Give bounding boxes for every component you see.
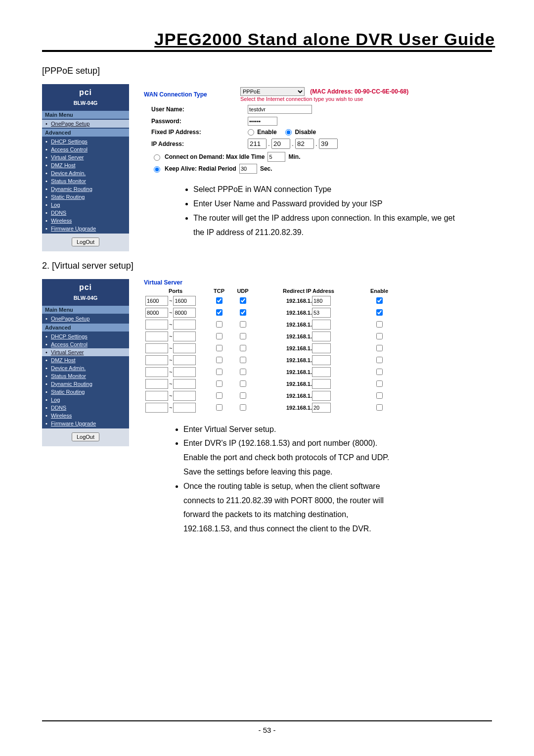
sidebar-item[interactable]: Access Control xyxy=(42,340,129,348)
port-to-input[interactable] xyxy=(173,343,196,353)
tcp-checkbox[interactable] xyxy=(216,345,222,351)
keep-alive-radio[interactable] xyxy=(154,166,160,173)
tcp-checkbox[interactable] xyxy=(216,333,222,339)
ip-octet-1[interactable] xyxy=(248,139,267,149)
redirect-ip-input[interactable] xyxy=(312,391,331,401)
sidebar-link[interactable]: Device Admin. xyxy=(51,170,86,176)
sidebar-link[interactable]: Access Control xyxy=(51,146,88,152)
port-to-input[interactable] xyxy=(173,331,196,341)
sidebar-link[interactable]: DHCP Settings xyxy=(51,333,88,339)
sidebar-item[interactable]: Wireless xyxy=(42,412,129,420)
port-from-input[interactable] xyxy=(145,355,168,365)
port-from-input[interactable] xyxy=(145,391,168,401)
enable-checkbox[interactable] xyxy=(376,333,383,339)
redirect-ip-input[interactable] xyxy=(312,403,331,413)
udp-checkbox[interactable] xyxy=(240,333,246,339)
enable-checkbox[interactable] xyxy=(376,380,383,387)
tcp-checkbox[interactable] xyxy=(216,404,222,411)
sidebar-link[interactable]: Log xyxy=(51,202,60,208)
port-to-input[interactable] xyxy=(173,308,196,318)
tcp-checkbox[interactable] xyxy=(216,392,222,399)
redirect-ip-input[interactable] xyxy=(312,343,331,353)
sidebar-link[interactable]: Static Routing xyxy=(51,389,85,395)
sidebar-link[interactable]: Status Monitor xyxy=(51,373,86,379)
port-from-input[interactable] xyxy=(145,367,168,377)
sidebar-item[interactable]: Access Control xyxy=(42,145,129,153)
sidebar-link[interactable]: Dynamic Routing xyxy=(51,186,92,192)
sidebar-item[interactable]: DDNS xyxy=(42,209,129,217)
redirect-ip-input[interactable] xyxy=(312,379,331,389)
port-to-input[interactable] xyxy=(173,320,196,330)
sidebar-item[interactable]: Wireless xyxy=(42,217,129,225)
tcp-checkbox[interactable] xyxy=(216,297,222,304)
port-from-input[interactable] xyxy=(145,331,168,341)
port-from-input[interactable] xyxy=(145,379,168,389)
port-from-input[interactable] xyxy=(145,343,168,353)
enable-checkbox[interactable] xyxy=(376,309,383,316)
udp-checkbox[interactable] xyxy=(240,369,246,375)
sidebar-item[interactable]: Device Admin. xyxy=(42,364,129,372)
sidebar-link[interactable]: OnePage Setup xyxy=(51,316,89,322)
port-to-input[interactable] xyxy=(173,367,196,377)
sidebar-link[interactable]: Access Control xyxy=(51,341,88,347)
sidebar-link[interactable]: DDNS xyxy=(51,210,66,216)
udp-checkbox[interactable] xyxy=(240,297,246,304)
udp-checkbox[interactable] xyxy=(240,404,246,411)
sidebar-link[interactable]: Status Monitor xyxy=(51,178,86,184)
enable-checkbox[interactable] xyxy=(376,297,383,304)
sidebar-link[interactable]: Dynamic Routing xyxy=(51,381,92,387)
fixed-ip-disable-radio[interactable] xyxy=(285,129,292,136)
max-idle-input[interactable] xyxy=(267,152,285,162)
sidebar-link[interactable]: DMZ Host xyxy=(51,162,76,168)
logout-button[interactable]: LogOut xyxy=(72,237,99,246)
enable-checkbox[interactable] xyxy=(376,321,383,328)
sidebar-link[interactable]: Virtual Server xyxy=(51,154,84,160)
redirect-ip-input[interactable] xyxy=(312,320,331,330)
sidebar-item[interactable]: Virtual Server xyxy=(42,153,129,161)
sidebar-item[interactable]: DHCP Settings xyxy=(42,332,129,340)
sidebar-item[interactable]: Device Admin. xyxy=(42,169,129,177)
tcp-checkbox[interactable] xyxy=(216,369,222,375)
port-from-input[interactable] xyxy=(145,296,168,306)
sidebar-item[interactable]: Virtual Server xyxy=(42,348,129,356)
sidebar-item[interactable]: Log xyxy=(42,201,129,209)
port-from-input[interactable] xyxy=(145,320,168,330)
sidebar-item[interactable]: DMZ Host xyxy=(42,356,129,364)
sidebar-link[interactable]: Log xyxy=(51,397,60,403)
enable-checkbox[interactable] xyxy=(376,392,383,399)
port-to-input[interactable] xyxy=(173,355,196,365)
tcp-checkbox[interactable] xyxy=(216,321,222,328)
enable-checkbox[interactable] xyxy=(376,404,383,411)
sidebar-item[interactable]: Dynamic Routing xyxy=(42,185,129,193)
ip-octet-3[interactable] xyxy=(295,139,314,149)
sidebar-link[interactable]: Device Admin. xyxy=(51,365,86,371)
fixed-ip-enable-radio[interactable] xyxy=(248,129,254,136)
sidebar-item[interactable]: Status Monitor xyxy=(42,177,129,185)
sidebar-link[interactable]: DHCP Settings xyxy=(51,139,88,144)
redirect-ip-input[interactable] xyxy=(312,367,331,377)
sidebar-link[interactable]: Virtual Server xyxy=(51,349,84,355)
logout-button[interactable]: LogOut xyxy=(72,432,99,441)
port-to-input[interactable] xyxy=(173,391,196,401)
sidebar-link[interactable]: DDNS xyxy=(51,405,66,411)
sidebar-link[interactable]: Firmware Upgrade xyxy=(51,421,96,426)
sidebar-link[interactable]: Static Routing xyxy=(51,194,85,200)
port-from-input[interactable] xyxy=(145,403,168,413)
sidebar-link[interactable]: Firmware Upgrade xyxy=(51,226,96,232)
sidebar-item[interactable]: Static Routing xyxy=(42,193,129,201)
port-from-input[interactable] xyxy=(145,308,168,318)
sidebar-item[interactable]: Static Routing xyxy=(42,388,129,396)
udp-checkbox[interactable] xyxy=(240,321,246,328)
udp-checkbox[interactable] xyxy=(240,357,246,363)
sidebar-item[interactable]: OnePage Setup xyxy=(42,120,129,128)
sidebar-item[interactable]: DMZ Host xyxy=(42,161,129,169)
sidebar-item[interactable]: Firmware Upgrade xyxy=(42,225,129,233)
redirect-ip-input[interactable] xyxy=(312,355,331,365)
sidebar-link[interactable]: DMZ Host xyxy=(51,357,76,363)
port-to-input[interactable] xyxy=(173,296,196,306)
udp-checkbox[interactable] xyxy=(240,309,246,316)
password-input[interactable] xyxy=(248,117,277,126)
sidebar-item[interactable]: DHCP Settings xyxy=(42,138,129,145)
sidebar-item[interactable]: Dynamic Routing xyxy=(42,380,129,388)
ip-octet-4[interactable] xyxy=(319,139,338,149)
